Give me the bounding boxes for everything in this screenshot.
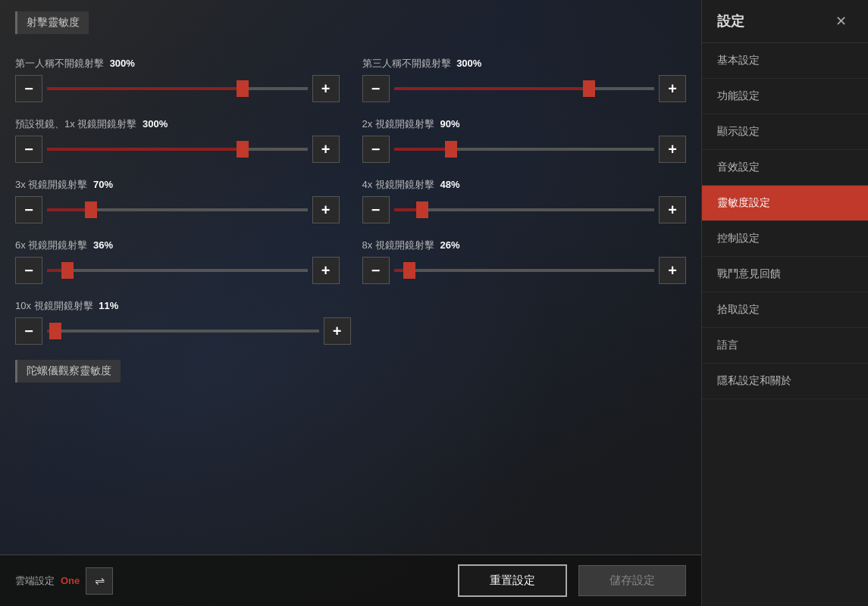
slider-minus-btn-0[interactable]: −	[15, 75, 42, 102]
close-button[interactable]: ✕	[829, 9, 853, 33]
slider-minus-btn-7[interactable]: −	[362, 257, 390, 284]
sidebar-nav: 基本設定功能設定顯示設定音效設定靈敏度設定控制設定戰鬥意見回饋拾取設定語言隱私設…	[702, 43, 868, 606]
slider-minus-btn-8[interactable]: −	[15, 317, 42, 345]
slider-track-3[interactable]	[394, 136, 655, 163]
slider-track-7[interactable]	[394, 257, 655, 284]
shooting-section-header: 射擊靈敏度	[15, 11, 89, 34]
slider-minus-btn-4[interactable]: −	[15, 196, 42, 223]
slider-plus-btn-5[interactable]: +	[659, 196, 686, 223]
slider-first-person-no-scope: 第一人稱不開鏡射擊 300% − +	[15, 57, 340, 102]
slider-8x: 8x 視鏡開鏡射擊 26% − +	[362, 239, 687, 284]
slider-plus-btn-3[interactable]: +	[659, 136, 686, 163]
slider-track-1[interactable]	[394, 75, 655, 102]
slider-3x: 3x 視鏡開鏡射擊 70% − +	[15, 178, 340, 223]
slider-minus-btn-5[interactable]: −	[362, 196, 390, 223]
sidebar-item-control[interactable]: 控制設定	[702, 221, 868, 257]
sidebar-item-audio[interactable]: 音效設定	[702, 150, 868, 186]
gyro-section-header: 陀螺儀觀察靈敏度	[15, 360, 121, 383]
sidebar-item-pickup[interactable]: 拾取設定	[702, 292, 868, 328]
sidebar-title: 設定	[717, 12, 744, 30]
slider-minus-btn-2[interactable]: −	[15, 136, 42, 163]
slider-track-0[interactable]	[47, 75, 308, 102]
slider-minus-btn-6[interactable]: −	[15, 257, 42, 284]
slider-plus-btn-1[interactable]: +	[659, 75, 686, 102]
sidebar-item-privacy[interactable]: 隱私設定和關於	[702, 364, 868, 399]
slider-4x: 4x 視鏡開鏡射擊 48% − +	[362, 178, 687, 223]
slider-track-2[interactable]	[47, 136, 308, 163]
slider-track-6[interactable]	[47, 257, 308, 284]
slider-plus-btn-7[interactable]: +	[659, 257, 686, 284]
slider-plus-btn-8[interactable]: +	[324, 317, 351, 345]
slider-plus-btn-4[interactable]: +	[312, 196, 340, 223]
slider-track-8[interactable]	[47, 317, 319, 345]
slider-plus-btn-2[interactable]: +	[312, 136, 340, 163]
slider-third-person-no-scope: 第三人稱不開鏡射擊 300% − +	[362, 57, 687, 102]
slider-minus-btn-1[interactable]: −	[362, 75, 390, 102]
slider-plus-btn-6[interactable]: +	[312, 257, 340, 284]
main-content: 射擊靈敏度 第一人稱不開鏡射擊 300% −	[0, 0, 701, 606]
close-icon: ✕	[835, 13, 847, 30]
sidebar-header: 設定 ✕	[702, 0, 868, 43]
sidebar-item-basic[interactable]: 基本設定	[702, 43, 868, 79]
sidebar-item-sensitivity[interactable]: 靈敏度設定	[702, 186, 868, 221]
slider-preset-1x: 預設視鏡、1x 視鏡開鏡射擊 300% − +	[15, 117, 340, 163]
slider-track-5[interactable]	[394, 196, 655, 223]
sidebar-item-combat-feedback[interactable]: 戰鬥意見回饋	[702, 257, 868, 292]
slider-6x: 6x 視鏡開鏡射擊 36% − +	[15, 239, 340, 284]
slider-2x: 2x 視鏡開鏡射擊 90% − +	[362, 117, 687, 163]
sidebar-item-function[interactable]: 功能設定	[702, 79, 868, 114]
content-wrapper: 射擊靈敏度 第一人稱不開鏡射擊 300% −	[0, 0, 701, 606]
slider-track-4[interactable]	[47, 196, 308, 223]
sidebar-item-display[interactable]: 顯示設定	[702, 114, 868, 150]
sidebar-item-language[interactable]: 語言	[702, 328, 868, 364]
slider-minus-btn-3[interactable]: −	[362, 136, 390, 163]
slider-10x-container: 10x 視鏡開鏡射擊 11% − +	[15, 299, 351, 345]
sliders-grid: 第一人稱不開鏡射擊 300% − + 第三人稱不	[15, 57, 686, 284]
slider-plus-btn-0[interactable]: +	[312, 75, 340, 102]
sidebar: 設定 ✕ 基本設定功能設定顯示設定音效設定靈敏度設定控制設定戰鬥意見回饋拾取設定…	[701, 0, 868, 606]
